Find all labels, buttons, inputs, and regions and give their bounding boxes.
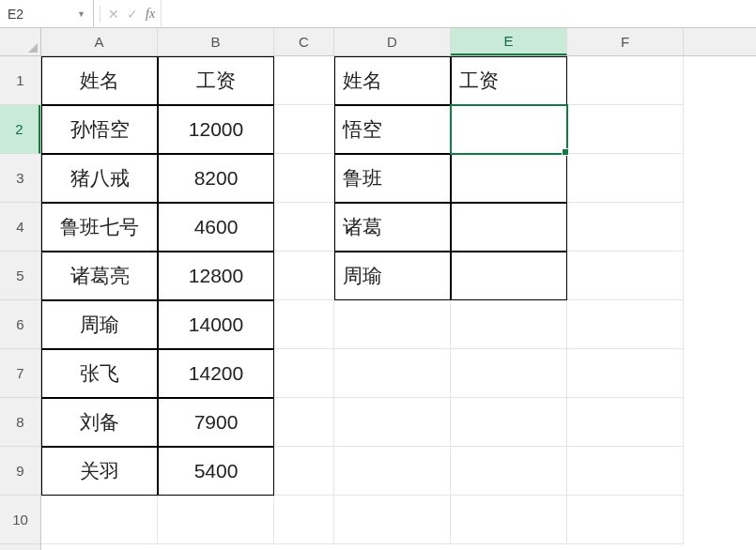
row-header-4[interactable]: 4 xyxy=(0,203,40,252)
cell-F9[interactable] xyxy=(567,447,684,496)
cell-D7[interactable] xyxy=(334,349,451,398)
chevron-down-icon[interactable]: ▼ xyxy=(77,9,85,19)
cell-D8[interactable] xyxy=(334,398,451,447)
row-header-2[interactable]: 2 xyxy=(0,105,40,154)
cell-E3[interactable] xyxy=(451,154,567,203)
formula-controls: ✕ ✓ fx xyxy=(94,0,162,27)
cell-C1[interactable] xyxy=(274,56,334,105)
cell-C8[interactable] xyxy=(274,398,334,447)
cell-B2[interactable]: 12000 xyxy=(158,105,274,154)
cell-E7[interactable] xyxy=(451,349,567,398)
row-9: 关羽 5400 xyxy=(41,447,756,496)
cell-A7[interactable]: 张飞 xyxy=(41,349,158,398)
cell-B3[interactable]: 8200 xyxy=(158,154,274,203)
fx-icon[interactable]: fx xyxy=(146,7,155,22)
row-6: 周瑜 14000 xyxy=(41,300,756,349)
cell-E10[interactable] xyxy=(451,496,567,544)
cell-D10[interactable] xyxy=(334,496,451,544)
cell-B8[interactable]: 7900 xyxy=(158,398,274,447)
cell-F1[interactable] xyxy=(567,56,684,105)
cell-B7[interactable]: 14200 xyxy=(158,349,274,398)
row-4: 鲁班七号 4600 诸葛 xyxy=(41,203,756,252)
cell-F6[interactable] xyxy=(567,300,684,349)
row-header-1[interactable]: 1 xyxy=(0,56,40,105)
cancel-icon[interactable]: ✕ xyxy=(108,7,119,22)
formula-input[interactable] xyxy=(162,0,756,27)
cell-D9[interactable] xyxy=(334,447,451,496)
cell-E2[interactable] xyxy=(451,105,567,154)
row-3: 猪八戒 8200 鲁班 xyxy=(41,154,756,203)
column-headers: A B C D E F xyxy=(41,28,756,56)
cell-E4[interactable] xyxy=(451,203,567,252)
cell-A2[interactable]: 孙悟空 xyxy=(41,105,158,154)
cell-E6[interactable] xyxy=(451,300,567,349)
col-header-A[interactable]: A xyxy=(41,28,158,55)
cell-D5[interactable]: 周瑜 xyxy=(334,252,451,300)
cells-area[interactable]: 姓名 工资 姓名 工资 孙悟空 12000 悟空 猪八戒 8200 鲁班 鲁班 xyxy=(41,56,756,550)
separator xyxy=(100,6,100,23)
row-7: 张飞 14200 xyxy=(41,349,756,398)
cell-D4[interactable]: 诸葛 xyxy=(334,203,451,252)
cell-C4[interactable] xyxy=(274,203,334,252)
cell-A5[interactable]: 诸葛亮 xyxy=(41,252,158,300)
row-header-7[interactable]: 7 xyxy=(0,349,40,398)
cell-D3[interactable]: 鲁班 xyxy=(334,154,451,203)
name-box[interactable]: E2 ▼ xyxy=(0,0,94,27)
row-header-6[interactable]: 6 xyxy=(0,300,40,349)
row-10 xyxy=(41,496,756,544)
cell-E9[interactable] xyxy=(451,447,567,496)
cell-F8[interactable] xyxy=(567,398,684,447)
cell-reference: E2 xyxy=(8,7,23,22)
cell-A3[interactable]: 猪八戒 xyxy=(41,154,158,203)
cell-B10[interactable] xyxy=(158,496,274,544)
cell-A8[interactable]: 刘备 xyxy=(41,398,158,447)
cell-E8[interactable] xyxy=(451,398,567,447)
cell-F3[interactable] xyxy=(567,154,684,203)
cell-D6[interactable] xyxy=(334,300,451,349)
cell-C2[interactable] xyxy=(274,105,334,154)
cell-F5[interactable] xyxy=(567,252,684,300)
cell-C3[interactable] xyxy=(274,154,334,203)
col-header-B[interactable]: B xyxy=(158,28,274,55)
row-5: 诸葛亮 12800 周瑜 xyxy=(41,252,756,300)
spreadsheet-grid: A B C D E F 1 2 3 4 5 6 7 8 9 10 姓名 工资 姓… xyxy=(0,28,756,550)
cell-B6[interactable]: 14000 xyxy=(158,300,274,349)
row-header-9[interactable]: 9 xyxy=(0,447,40,496)
col-header-F[interactable]: F xyxy=(567,28,684,55)
cell-B5[interactable]: 12800 xyxy=(158,252,274,300)
row-headers: 1 2 3 4 5 6 7 8 9 10 xyxy=(0,56,41,550)
cell-E1[interactable]: 工资 xyxy=(451,56,567,105)
cell-E5[interactable] xyxy=(451,252,567,300)
col-header-C[interactable]: C xyxy=(274,28,334,55)
cell-B1[interactable]: 工资 xyxy=(158,56,274,105)
cell-A9[interactable]: 关羽 xyxy=(41,447,158,496)
cell-F2[interactable] xyxy=(567,105,684,154)
cell-D2[interactable]: 悟空 xyxy=(334,105,451,154)
cell-C5[interactable] xyxy=(274,252,334,300)
row-header-3[interactable]: 3 xyxy=(0,154,40,203)
cell-B4[interactable]: 4600 xyxy=(158,203,274,252)
confirm-icon[interactable]: ✓ xyxy=(127,7,138,22)
cell-F10[interactable] xyxy=(567,496,684,544)
cell-C10[interactable] xyxy=(274,496,334,544)
cell-C9[interactable] xyxy=(274,447,334,496)
cell-B9[interactable]: 5400 xyxy=(158,447,274,496)
col-header-E[interactable]: E xyxy=(451,28,567,55)
row-header-5[interactable]: 5 xyxy=(0,252,40,300)
row-1: 姓名 工资 姓名 工资 xyxy=(41,56,756,105)
cell-F7[interactable] xyxy=(567,349,684,398)
cell-A4[interactable]: 鲁班七号 xyxy=(41,203,158,252)
cell-D1[interactable]: 姓名 xyxy=(334,56,451,105)
cell-A1[interactable]: 姓名 xyxy=(41,56,158,105)
cell-A6[interactable]: 周瑜 xyxy=(41,300,158,349)
row-header-10[interactable]: 10 xyxy=(0,496,40,544)
cell-C7[interactable] xyxy=(274,349,334,398)
row-header-8[interactable]: 8 xyxy=(0,398,40,447)
row-8: 刘备 7900 xyxy=(41,398,756,447)
cell-C6[interactable] xyxy=(274,300,334,349)
col-header-D[interactable]: D xyxy=(334,28,451,55)
cell-A10[interactable] xyxy=(41,496,158,544)
cell-F4[interactable] xyxy=(567,203,684,252)
formula-bar: E2 ▼ ✕ ✓ fx xyxy=(0,0,756,28)
select-all-corner[interactable] xyxy=(0,28,41,56)
